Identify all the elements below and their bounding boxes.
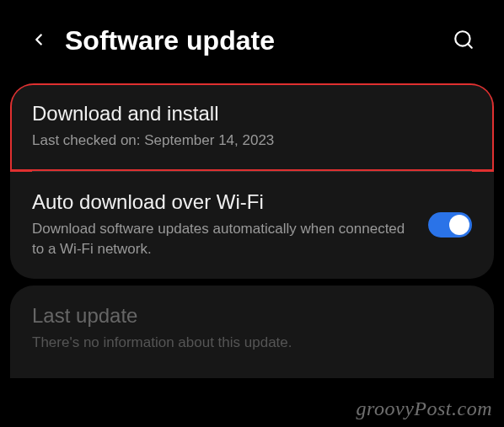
watermark: groovyPost.com xyxy=(357,398,492,420)
auto-download-title: Auto download over Wi-Fi xyxy=(32,190,411,214)
page-title: Software update xyxy=(65,25,436,56)
last-update-title: Last update xyxy=(32,304,472,328)
back-icon[interactable] xyxy=(29,30,48,52)
svg-line-1 xyxy=(468,44,472,48)
header: Software update xyxy=(0,0,504,73)
settings-card: Download and install Last checked on: Se… xyxy=(10,83,494,279)
download-install-item[interactable]: Download and install Last checked on: Se… xyxy=(10,83,494,172)
download-install-title: Download and install xyxy=(32,102,472,125)
auto-download-toggle[interactable] xyxy=(428,212,472,238)
last-update-subtitle: There's no information about this update… xyxy=(32,333,472,353)
search-icon[interactable] xyxy=(453,29,475,54)
auto-download-subtitle: Download software updates automatically … xyxy=(32,219,411,259)
toggle-knob xyxy=(449,215,469,235)
download-install-subtitle: Last checked on: September 14, 2023 xyxy=(32,131,472,151)
auto-download-item[interactable]: Auto download over Wi-Fi Download softwa… xyxy=(10,172,494,280)
last-update-card: Last update There's no information about… xyxy=(10,286,494,378)
